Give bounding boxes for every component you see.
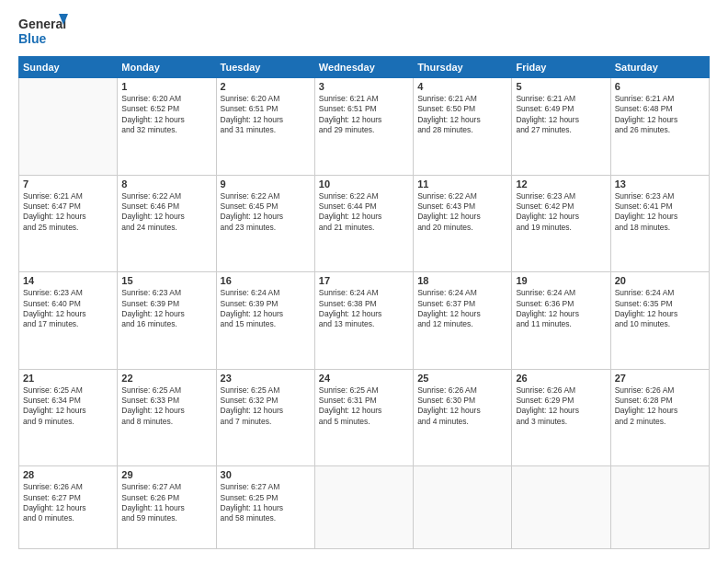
day-info: Sunrise: 6:23 AM Sunset: 6:39 PM Dayligh…: [121, 288, 211, 330]
calendar-cell: 26Sunrise: 6:26 AM Sunset: 6:29 PM Dayli…: [512, 369, 610, 466]
weekday-thursday: Thursday: [414, 57, 512, 78]
calendar-cell: 28Sunrise: 6:26 AM Sunset: 6:27 PM Dayli…: [19, 466, 118, 549]
day-number: 11: [417, 178, 507, 190]
week-row-0: 1Sunrise: 6:20 AM Sunset: 6:52 PM Daylig…: [19, 78, 710, 176]
calendar-cell: 20Sunrise: 6:24 AM Sunset: 6:35 PM Dayli…: [610, 272, 709, 370]
day-number: 26: [516, 373, 606, 384]
calendar-cell: 2Sunrise: 6:20 AM Sunset: 6:51 PM Daylig…: [216, 78, 314, 176]
calendar-cell: 24Sunrise: 6:25 AM Sunset: 6:31 PM Dayli…: [314, 369, 413, 466]
day-number: 21: [23, 373, 113, 384]
day-number: 12: [516, 178, 606, 190]
day-number: 6: [615, 81, 705, 92]
day-number: 4: [417, 81, 507, 92]
day-info: Sunrise: 6:21 AM Sunset: 6:49 PM Dayligh…: [516, 94, 606, 136]
day-info: Sunrise: 6:22 AM Sunset: 6:43 PM Dayligh…: [417, 191, 507, 234]
day-number: 24: [319, 373, 409, 384]
day-number: 19: [516, 275, 606, 286]
calendar-cell: 17Sunrise: 6:24 AM Sunset: 6:38 PM Dayli…: [314, 272, 413, 370]
day-info: Sunrise: 6:21 AM Sunset: 6:48 PM Dayligh…: [615, 94, 705, 136]
day-info: Sunrise: 6:24 AM Sunset: 6:39 PM Dayligh…: [221, 288, 311, 330]
weekday-saturday: Saturday: [610, 57, 709, 78]
calendar-cell: 3Sunrise: 6:21 AM Sunset: 6:51 PM Daylig…: [314, 78, 413, 176]
day-number: 27: [615, 373, 705, 384]
day-info: Sunrise: 6:23 AM Sunset: 6:41 PM Dayligh…: [615, 191, 705, 234]
calendar-cell: 19Sunrise: 6:24 AM Sunset: 6:36 PM Dayli…: [512, 272, 610, 370]
day-number: 23: [221, 373, 311, 384]
day-info: Sunrise: 6:25 AM Sunset: 6:34 PM Dayligh…: [23, 385, 113, 428]
day-info: Sunrise: 6:21 AM Sunset: 6:47 PM Dayligh…: [23, 191, 113, 234]
day-number: 17: [319, 275, 409, 286]
calendar-cell: [19, 78, 118, 176]
page: General Blue SundayMondayTuesdayWednesda…: [0, 0, 728, 563]
weekday-friday: Friday: [512, 57, 610, 78]
day-number: 18: [417, 275, 507, 286]
calendar-cell: 12Sunrise: 6:23 AM Sunset: 6:42 PM Dayli…: [512, 175, 610, 272]
calendar-cell: 5Sunrise: 6:21 AM Sunset: 6:49 PM Daylig…: [512, 78, 610, 176]
calendar-cell: 14Sunrise: 6:23 AM Sunset: 6:40 PM Dayli…: [19, 272, 118, 370]
calendar-cell: 27Sunrise: 6:26 AM Sunset: 6:28 PM Dayli…: [610, 369, 709, 466]
day-info: Sunrise: 6:24 AM Sunset: 6:35 PM Dayligh…: [615, 288, 705, 330]
calendar-cell: 16Sunrise: 6:24 AM Sunset: 6:39 PM Dayli…: [216, 272, 314, 370]
day-info: Sunrise: 6:26 AM Sunset: 6:27 PM Dayligh…: [23, 482, 113, 524]
calendar-cell: 9Sunrise: 6:22 AM Sunset: 6:45 PM Daylig…: [216, 175, 314, 272]
day-info: Sunrise: 6:24 AM Sunset: 6:36 PM Dayligh…: [516, 288, 606, 330]
day-info: Sunrise: 6:25 AM Sunset: 6:32 PM Dayligh…: [221, 385, 311, 428]
logo-svg: General Blue: [18, 14, 69, 49]
week-row-4: 28Sunrise: 6:26 AM Sunset: 6:27 PM Dayli…: [19, 466, 710, 549]
calendar-cell: 18Sunrise: 6:24 AM Sunset: 6:37 PM Dayli…: [414, 272, 512, 370]
day-number: 25: [417, 373, 507, 384]
weekday-monday: Monday: [118, 57, 216, 78]
day-number: 8: [121, 178, 211, 190]
weekday-header-row: SundayMondayTuesdayWednesdayThursdayFrid…: [19, 57, 710, 78]
day-number: 16: [221, 275, 311, 286]
calendar-cell: 25Sunrise: 6:26 AM Sunset: 6:30 PM Dayli…: [414, 369, 512, 466]
weekday-wednesday: Wednesday: [314, 57, 413, 78]
day-info: Sunrise: 6:22 AM Sunset: 6:45 PM Dayligh…: [221, 191, 311, 234]
calendar-cell: 30Sunrise: 6:27 AM Sunset: 6:25 PM Dayli…: [216, 466, 314, 549]
svg-text:General: General: [18, 17, 66, 31]
calendar-cell: [414, 466, 512, 549]
calendar-table: SundayMondayTuesdayWednesdayThursdayFrid…: [18, 56, 710, 549]
logo: General Blue: [18, 14, 69, 49]
calendar-cell: 29Sunrise: 6:27 AM Sunset: 6:26 PM Dayli…: [118, 466, 216, 549]
calendar-cell: 6Sunrise: 6:21 AM Sunset: 6:48 PM Daylig…: [610, 78, 709, 176]
day-number: 2: [221, 81, 311, 92]
calendar-cell: [512, 466, 610, 549]
calendar-cell: 1Sunrise: 6:20 AM Sunset: 6:52 PM Daylig…: [118, 78, 216, 176]
day-info: Sunrise: 6:24 AM Sunset: 6:38 PM Dayligh…: [319, 288, 409, 330]
calendar-cell: 13Sunrise: 6:23 AM Sunset: 6:41 PM Dayli…: [610, 175, 709, 272]
day-info: Sunrise: 6:21 AM Sunset: 6:50 PM Dayligh…: [417, 94, 507, 136]
day-info: Sunrise: 6:24 AM Sunset: 6:37 PM Dayligh…: [417, 288, 507, 330]
calendar-cell: 11Sunrise: 6:22 AM Sunset: 6:43 PM Dayli…: [414, 175, 512, 272]
calendar-cell: [610, 466, 709, 549]
day-number: 5: [516, 81, 606, 92]
calendar-cell: 4Sunrise: 6:21 AM Sunset: 6:50 PM Daylig…: [414, 78, 512, 176]
day-number: 29: [121, 469, 211, 480]
day-number: 1: [121, 81, 211, 92]
day-number: 13: [615, 178, 705, 190]
day-info: Sunrise: 6:23 AM Sunset: 6:40 PM Dayligh…: [23, 288, 113, 330]
day-info: Sunrise: 6:25 AM Sunset: 6:33 PM Dayligh…: [121, 385, 211, 428]
weekday-sunday: Sunday: [19, 57, 118, 78]
day-number: 28: [23, 469, 113, 480]
week-row-2: 14Sunrise: 6:23 AM Sunset: 6:40 PM Dayli…: [19, 272, 710, 370]
day-number: 7: [23, 178, 113, 190]
day-number: 14: [23, 275, 113, 286]
day-number: 15: [121, 275, 211, 286]
day-number: 20: [615, 275, 705, 286]
calendar-cell: 21Sunrise: 6:25 AM Sunset: 6:34 PM Dayli…: [19, 369, 118, 466]
day-info: Sunrise: 6:25 AM Sunset: 6:31 PM Dayligh…: [319, 385, 409, 428]
calendar-cell: [314, 466, 413, 549]
week-row-1: 7Sunrise: 6:21 AM Sunset: 6:47 PM Daylig…: [19, 175, 710, 272]
weekday-tuesday: Tuesday: [216, 57, 314, 78]
day-info: Sunrise: 6:26 AM Sunset: 6:30 PM Dayligh…: [417, 385, 507, 428]
calendar-cell: 8Sunrise: 6:22 AM Sunset: 6:46 PM Daylig…: [118, 175, 216, 272]
day-number: 22: [121, 373, 211, 384]
svg-text:Blue: Blue: [18, 31, 47, 46]
calendar-cell: 15Sunrise: 6:23 AM Sunset: 6:39 PM Dayli…: [118, 272, 216, 370]
calendar-cell: 22Sunrise: 6:25 AM Sunset: 6:33 PM Dayli…: [118, 369, 216, 466]
day-number: 9: [221, 178, 311, 190]
calendar-cell: 7Sunrise: 6:21 AM Sunset: 6:47 PM Daylig…: [19, 175, 118, 272]
day-info: Sunrise: 6:26 AM Sunset: 6:29 PM Dayligh…: [516, 385, 606, 428]
day-info: Sunrise: 6:22 AM Sunset: 6:44 PM Dayligh…: [319, 191, 409, 234]
